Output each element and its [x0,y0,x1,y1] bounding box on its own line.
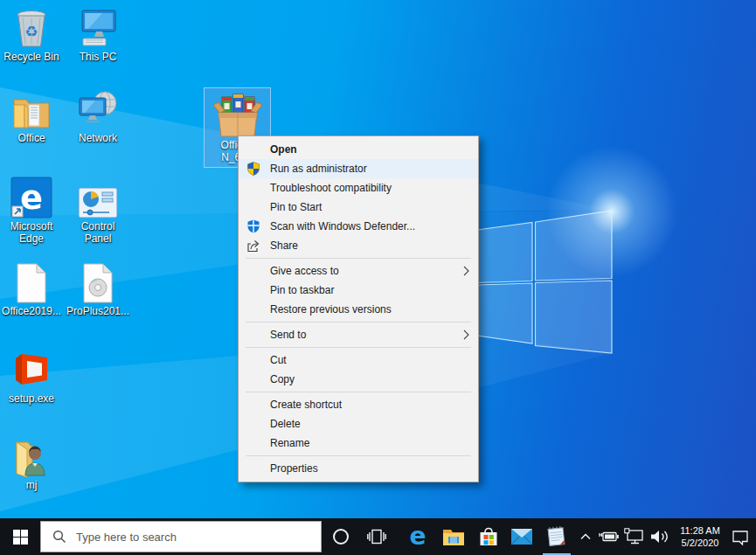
menu-item-rename[interactable]: Rename [239,434,478,453]
menu-item-run-as-administrator[interactable]: Run as administrator [239,159,478,178]
menu-separator [246,347,471,348]
search-input[interactable] [74,530,321,545]
this-pc-icon [76,9,120,49]
clock-date: 5/2/2020 [682,537,719,549]
menu-item-copy[interactable]: Copy [239,370,478,389]
menu-item-cut[interactable]: Cut [239,350,478,370]
edge-icon: e [406,524,430,550]
desktop-icon-recycle-bin[interactable]: ♻ Recycle Bin [0,5,63,63]
tray-network[interactable] [622,518,647,555]
action-center-icon [732,529,749,545]
icon-label: Office [0,132,63,144]
menu-item-label: Run as administrator [270,163,367,175]
notepad-button[interactable] [539,518,574,555]
menu-item-label: Send to [270,329,306,341]
archive-box-icon [212,92,263,139]
menu-item-pin-to-start[interactable]: Pin to Start [239,198,478,217]
icon-label: setup.exe [0,392,63,405]
menu-item-give-access-to[interactable]: Give access to [239,261,478,281]
taskbar: e [0,518,756,555]
mail-icon [510,528,533,545]
menu-item-share[interactable]: Share [239,236,478,255]
icon-label: Control Panel [66,220,129,245]
taskbar-search[interactable] [40,521,322,552]
desktop-icon-this-pc[interactable]: This PC [66,5,129,63]
menu-item-label: Pin to taskbar [270,284,334,296]
task-view-button[interactable] [359,518,394,555]
icon-label: Recycle Bin [0,51,63,63]
menu-separator [246,392,471,392]
menu-item-create-shortcut[interactable]: Create shortcut [239,395,478,414]
icon-label: Office2019... [0,305,63,317]
notepad-icon [545,525,568,548]
icon-label: Network [66,132,129,144]
menu-item-pin-to-taskbar[interactable]: Pin to taskbar [239,281,478,300]
disc-image-icon [81,263,114,303]
control-panel-icon [78,187,118,219]
share-icon [246,239,260,253]
menu-item-label: Create shortcut [270,399,342,411]
start-button[interactable] [0,518,40,555]
edge-taskbar-button[interactable]: e [400,518,435,555]
svg-text:♻: ♻ [24,23,38,40]
menu-item-properties[interactable]: Properties [239,459,478,478]
windows-start-icon [13,530,28,545]
menu-item-open[interactable]: Open [239,140,478,159]
menu-item-label: Cut [270,354,287,366]
store-icon [478,525,499,548]
recycle-bin-icon: ♻ [14,9,49,49]
desktop-icon-control-panel[interactable]: Control Panel [66,175,129,245]
chevron-up-icon [580,533,591,540]
tray-clock[interactable]: 11:28 AM 5/2/2020 [668,518,732,555]
file-explorer-button[interactable] [436,518,471,555]
menu-item-scan-with-windows-defender[interactable]: Scan with Windows Defender... [239,217,478,236]
file-explorer-icon [442,527,465,546]
menu-item-label: Copy [270,373,295,385]
tray-show-hidden-icons[interactable] [572,518,600,555]
desktop-icon-proplus-image[interactable]: ProPlus201... [66,260,129,317]
cortana-button[interactable] [323,518,358,555]
tray-battery[interactable] [597,518,621,555]
menu-separator [246,322,471,323]
menu-separator [246,258,471,259]
network-status-icon [624,528,645,545]
network-icon [76,90,120,130]
menu-item-label: Scan with Windows Defender... [270,220,415,232]
menu-item-label: Pin to Start [270,201,322,213]
document-icon [15,263,48,303]
menu-item-label: Open [270,143,297,156]
office-setup-icon [10,349,52,391]
menu-item-label: Share [270,239,298,252]
clock-time: 11:28 AM [680,524,720,537]
cortana-icon [332,528,350,545]
microsoft-store-button[interactable] [471,518,506,555]
menu-item-label: Troubleshoot compatibility [270,182,392,194]
action-center-button[interactable] [726,518,754,555]
menu-item-troubleshoot-compatibility[interactable]: Troubleshoot compatibility [239,178,478,198]
mail-button[interactable] [504,518,539,555]
menu-item-label: Give access to [270,265,339,277]
desktop-icon-microsoft-edge[interactable]: e Microsoft Edge [0,175,63,245]
desktop: ♻ Recycle Bin This PC Office [0,0,756,555]
icon-label: ProPlus201... [66,305,129,317]
user-folder-icon [11,439,52,477]
menu-item-label: Restore previous versions [270,303,392,316]
menu-item-delete[interactable]: Delete [239,414,478,434]
desktop-icon-mj-folder[interactable]: mj [0,434,63,491]
svg-text:e: e [410,524,427,550]
svg-text:e: e [20,178,43,217]
desktop-icon-office2019-file[interactable]: Office2019... [0,260,63,317]
desktop-icon-office-folder[interactable]: Office [0,87,63,144]
uac-shield-icon [246,162,260,176]
windows-defender-icon [246,219,260,233]
context-menu: Open Run as administrator Troubleshoot c… [238,135,479,482]
submenu-arrow-icon [463,330,469,340]
icon-label: Microsoft Edge [0,220,63,245]
desktop-icon-setup-exe[interactable]: setup.exe [0,347,63,405]
desktop-icon-network[interactable]: Network [66,87,129,144]
menu-item-send-to[interactable]: Send to [239,325,478,344]
menu-item-label: Rename [270,437,309,449]
battery-icon [599,530,620,544]
folder-icon [11,94,52,130]
menu-item-restore-previous-versions[interactable]: Restore previous versions [239,300,478,319]
